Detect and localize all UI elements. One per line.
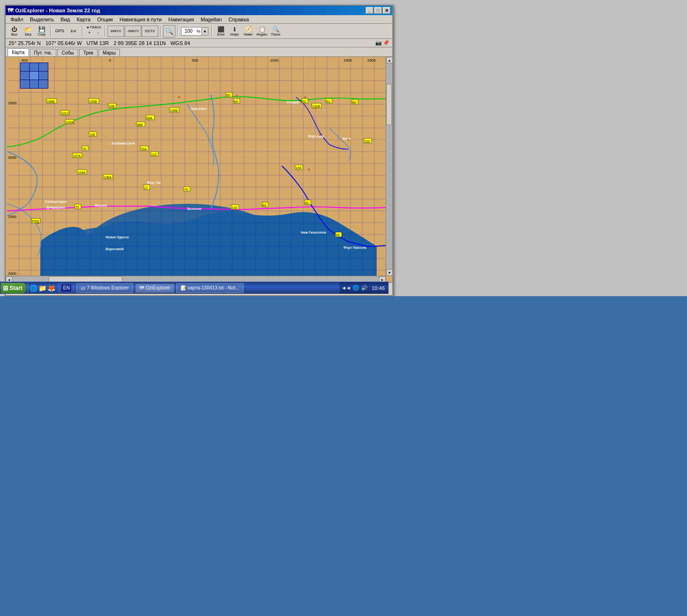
index-label: Индекс <box>256 33 268 36</box>
sep4 <box>160 26 161 37</box>
svg-text:2500: 2500 <box>8 215 17 219</box>
svg-text:1500: 1500 <box>367 58 376 63</box>
exit-button[interactable]: ⏻ Вых <box>8 25 21 37</box>
menu-nav[interactable]: Навигация <box>165 16 197 23</box>
zoom-tool-button[interactable]: 🔍 <box>163 25 175 37</box>
tab-route[interactable]: Марш <box>99 49 120 56</box>
toolbar-gps-group: GPS Ext <box>53 25 80 37</box>
menu-view[interactable]: Вид <box>58 16 73 23</box>
overview-cell-9 <box>39 80 48 88</box>
camera-icon[interactable]: 📷 <box>375 40 382 46</box>
svg-text:31А: 31А <box>141 147 147 151</box>
svg-text:104А: 104А <box>78 171 86 174</box>
zoom-input[interactable] <box>181 28 196 34</box>
info-button[interactable]: ℹ Инфо <box>228 25 241 37</box>
menu-bar: Файл Выделить Вид Карта Опции Навигация … <box>6 15 392 24</box>
svg-text:108А: 108А <box>104 176 112 179</box>
menu-options[interactable]: Опции <box>94 16 116 23</box>
svg-text:Новая Одесса: Новая Одесса <box>106 236 129 239</box>
menu-select[interactable]: Выделить <box>27 16 57 23</box>
svg-rect-144 <box>226 92 232 97</box>
svg-text:500: 500 <box>192 58 199 63</box>
svg-rect-105 <box>75 204 81 209</box>
svg-point-4 <box>306 235 372 282</box>
restore-button[interactable]: □ <box>374 7 382 14</box>
svg-rect-132 <box>352 100 358 104</box>
load-button[interactable]: 📂 Загр <box>21 25 35 37</box>
compass-button[interactable]: 🧭 Навиг <box>242 25 255 37</box>
gps-button[interactable]: GPS <box>53 25 66 37</box>
overview-minimap[interactable] <box>20 63 48 89</box>
map-tabs: Карта Пут. тчк. Собы Трек Марш <box>6 47 392 57</box>
zoom-tool-icon: 🔍 <box>165 27 173 35</box>
windows-explorer-taskbar-item[interactable]: 🗂 7 Windows Explorer <box>76 283 133 293</box>
save-button[interactable]: 💾 Сохр <box>35 25 48 37</box>
wayv-button[interactable]: WAYV <box>108 26 124 37</box>
map-pin-icon[interactable]: 📌 <box>383 40 389 46</box>
firefox-icon[interactable]: 🦊 <box>47 284 55 292</box>
svg-text:Форт Ли: Форт Ли <box>147 181 161 185</box>
index-button[interactable]: 📋 Индекс <box>255 25 269 37</box>
taskbar-right: ◄◄ 🌐 🔊 10:46 <box>340 282 389 294</box>
tab-track[interactable]: Трек <box>79 49 98 56</box>
search-button[interactable]: 🔍 Поиск <box>269 25 282 37</box>
zoom-percent: % <box>196 29 201 34</box>
overview-cell-3 <box>39 63 48 71</box>
minimize-button[interactable]: _ <box>366 7 373 14</box>
scroll-up-button[interactable]: ▲ <box>386 57 392 63</box>
svg-text:Дондодово: Дондодово <box>46 206 65 209</box>
ext-button[interactable]: Ext <box>67 25 80 37</box>
svg-rect-72 <box>146 115 154 120</box>
windows-explorer-label: 7 Windows Explorer <box>87 285 129 290</box>
map-area[interactable]: -500 0 500 1000 1500 1500 3500 3000 2500… <box>6 57 392 282</box>
close-button[interactable]: ✕ <box>383 7 390 14</box>
svg-text:Форт Паксоль: Форт Паксоль <box>344 246 367 250</box>
svg-text:64: 64 <box>234 100 238 103</box>
latitude-display: 25° 25.754r N <box>9 40 41 46</box>
svg-rect-0 <box>7 57 391 282</box>
scroll-thumb-v[interactable] <box>386 84 392 125</box>
svg-rect-101 <box>184 187 190 191</box>
svg-point-150 <box>319 134 321 136</box>
expand-tray-button[interactable]: ◄◄ <box>342 285 351 290</box>
zoom-up-button[interactable]: ▲ <box>201 27 208 35</box>
ie-icon[interactable]: 🌐 <box>29 284 37 292</box>
tab-waypoints[interactable]: Пут. тчк. <box>30 49 56 56</box>
svg-point-2 <box>54 227 149 282</box>
coord-bar: 25° 25.754r N 107° 05.646r W UTM 13R 2 8… <box>6 39 392 47</box>
folder-icon[interactable]: 📁 <box>38 284 46 292</box>
windows-logo-icon: ⊞ <box>3 284 9 292</box>
block-button[interactable]: ⬛ Блок <box>214 25 227 37</box>
svg-text:108: 108 <box>109 105 115 108</box>
svg-rect-99 <box>144 185 150 190</box>
tab-map[interactable]: Карта <box>8 48 29 56</box>
longitude-display: 107° 05.646r W <box>45 40 82 46</box>
notepad-taskbar-item[interactable]: 📝 карта-130413.txt - Not... <box>176 283 243 293</box>
svg-text:81: 81 <box>305 201 309 205</box>
tab-events[interactable]: Собы <box>57 49 78 56</box>
menu-file[interactable]: Файл <box>8 16 26 23</box>
menu-nav-route[interactable]: Навигация в пути <box>117 16 164 23</box>
search-label: Поиск <box>271 33 280 36</box>
menu-help[interactable]: Справка <box>226 16 252 23</box>
svg-text:Вороговой: Вороговой <box>106 247 124 251</box>
scroll-track-v[interactable] <box>386 63 392 269</box>
start-button[interactable]: ⊞ Start <box>1 283 26 293</box>
language-indicator[interactable]: EN <box>61 284 72 292</box>
wayv2-button[interactable]: -WAYV <box>125 26 141 37</box>
track-add-button[interactable]: + <box>86 29 93 36</box>
svg-text:100В: 100В <box>47 100 55 103</box>
scroll-down-button[interactable]: ▼ <box>386 269 392 276</box>
svg-rect-121 <box>335 232 342 237</box>
map-vertical-scrollbar[interactable]: ▲ ▼ <box>386 57 392 276</box>
zoom-control: % ▲ <box>181 27 208 36</box>
menu-magellan[interactable]: Magellan <box>198 16 225 23</box>
oziexplorer-taskbar-item[interactable]: 🗺 OziExplorer <box>135 283 174 293</box>
block-icon: ⬛ <box>217 27 225 32</box>
menu-map[interactable]: Карта <box>74 16 93 23</box>
svg-text:17: 17 <box>144 186 148 190</box>
track-remove-button[interactable]: - <box>94 29 102 36</box>
dstv-button[interactable]: DSTV <box>142 26 158 37</box>
svg-point-146 <box>178 96 180 98</box>
svg-rect-81 <box>136 122 145 127</box>
